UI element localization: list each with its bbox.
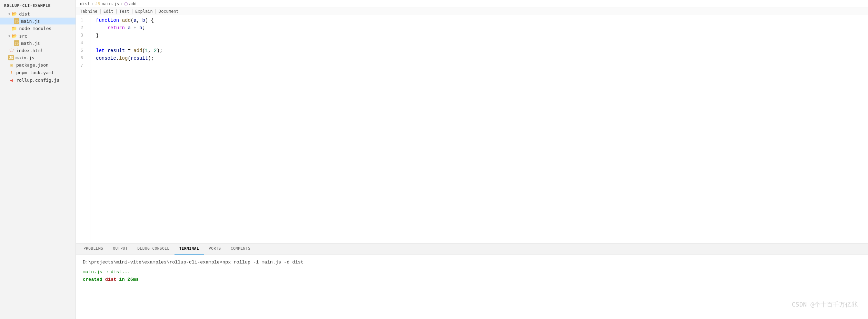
sep3: | [131, 9, 133, 14]
sep2: | [115, 9, 118, 14]
sidebar-item-label: node_modules [19, 26, 51, 31]
breadcrumb: dist › JS main.js › ⬡ add [76, 0, 868, 8]
tab-output[interactable]: OUTPUT [108, 243, 132, 255]
line-numbers: 1 2 3 4 5 6 7 [76, 15, 90, 243]
sidebar-item-label: package.json [16, 62, 49, 68]
tabnine-bar: Tabnine | Edit | Test | Explain | Docume… [76, 8, 868, 15]
json-file-icon: ▣ [8, 62, 14, 68]
js-file-icon: JS [8, 55, 14, 60]
sidebar-item-label: index.html [16, 48, 43, 53]
terminal-dist-label: dist [105, 277, 116, 282]
code-line-6: console.log(result); [96, 54, 868, 62]
sidebar-item-dist[interactable]: ∨ 📂 dist [0, 10, 76, 18]
sidebar-item-main-js-root[interactable]: JS main.js [0, 54, 76, 61]
terminal-in-label: in 26ms [116, 277, 139, 282]
test-label[interactable]: Test [119, 9, 129, 14]
sidebar-item-node-modules[interactable]: › 📁 node_modules [0, 24, 76, 32]
tab-ports[interactable]: PORTS [204, 243, 226, 255]
sidebar-item-math-js[interactable]: JS math.js [0, 40, 76, 47]
tab-debug-console[interactable]: DEBUG CONSOLE [132, 243, 174, 255]
terminal-command-line: D:\projects\mini-vite\examples\rollup-cl… [83, 259, 861, 266]
breadcrumb-dist: dist [80, 1, 90, 6]
code-line-5: let result = add(1, 2); [96, 47, 868, 54]
sidebar-item-label: math.js [21, 41, 40, 46]
sidebar: ROLLUP-CLI-EXAMPLE ∨ 📂 dist JS main.js ›… [0, 0, 76, 319]
js-file-icon: JS [14, 40, 19, 46]
tabnine-label[interactable]: Tabnine [80, 9, 98, 14]
folder-icon: 📁 [11, 25, 17, 31]
chevron-icon: ∨ [8, 12, 10, 16]
terminal-output-line2: created dist in 26ms [83, 276, 861, 283]
yaml-file-icon: ! [8, 69, 14, 76]
sidebar-item-pnpm-lock[interactable]: ! pnpm-lock.yaml [0, 69, 76, 76]
code-line-7 [96, 62, 868, 70]
edit-label[interactable]: Edit [103, 9, 113, 14]
html-file-icon: 🛡 [8, 47, 14, 53]
js-file-icon: JS [14, 18, 19, 24]
breadcrumb-sep-2: › [120, 1, 123, 6]
code-line-2: return a + b; [96, 24, 868, 32]
terminal-created-label: created [83, 277, 105, 282]
sep4: | [154, 9, 157, 14]
main-area: dist › JS main.js › ⬡ add Tabnine | Edit… [76, 0, 868, 319]
sidebar-item-src[interactable]: ∨ 📂 src [0, 32, 76, 40]
sidebar-item-label: pnpm-lock.yaml [16, 70, 54, 75]
tab-problems[interactable]: PROBLEMS [79, 243, 108, 255]
sidebar-item-label: dist [19, 11, 30, 17]
breadcrumb-filename: main.js [102, 1, 119, 6]
tab-terminal[interactable]: TERMINAL [174, 243, 204, 255]
sidebar-item-package-json[interactable]: ▣ package.json [0, 61, 76, 69]
breadcrumb-js-icon: JS [95, 1, 100, 6]
sidebar-title: ROLLUP-CLI-EXAMPLE [0, 0, 76, 10]
breadcrumb-sep-1: › [91, 1, 94, 6]
code-line-3: } [96, 32, 868, 39]
folder-open-icon: 📂 [11, 11, 17, 17]
rollup-file-icon: ◀ [8, 77, 14, 83]
tab-comments[interactable]: COMMENTS [226, 243, 255, 255]
sidebar-item-label: rollup.config.js [16, 78, 59, 83]
breadcrumb-symbol: add [129, 1, 137, 6]
sidebar-item-label: main.js [16, 55, 34, 60]
folder-open-icon: 📂 [11, 33, 17, 39]
code-line-1: function add(a, b) { [96, 17, 868, 24]
code-line-4 [96, 39, 868, 47]
chevron-icon: ∨ [8, 34, 10, 38]
sidebar-item-label: main.js [21, 19, 40, 24]
sidebar-item-index-html[interactable]: 🛡 index.html [0, 47, 76, 54]
code-editor[interactable]: 1 2 3 4 5 6 7 function add(a, b) { retur… [76, 15, 868, 243]
terminal-output-line1: main.js → dist... [83, 268, 861, 276]
sep1: | [99, 9, 102, 14]
sidebar-item-rollup-config[interactable]: ◀ rollup.config.js [0, 76, 76, 84]
breadcrumb-cube-icon: ⬡ [124, 1, 128, 6]
explain-label[interactable]: Explain [135, 9, 153, 14]
code-content: function add(a, b) { return a + b; } let… [90, 15, 868, 243]
terminal-panel: PROBLEMS OUTPUT DEBUG CONSOLE TERMINAL P… [76, 243, 868, 319]
document-label[interactable]: Document [159, 9, 179, 14]
terminal-tabs: PROBLEMS OUTPUT DEBUG CONSOLE TERMINAL P… [76, 243, 868, 255]
sidebar-item-main-js-dist[interactable]: JS main.js [0, 18, 76, 24]
terminal-content: D:\projects\mini-vite\examples\rollup-cl… [76, 255, 868, 319]
sidebar-item-label: src [19, 33, 27, 39]
